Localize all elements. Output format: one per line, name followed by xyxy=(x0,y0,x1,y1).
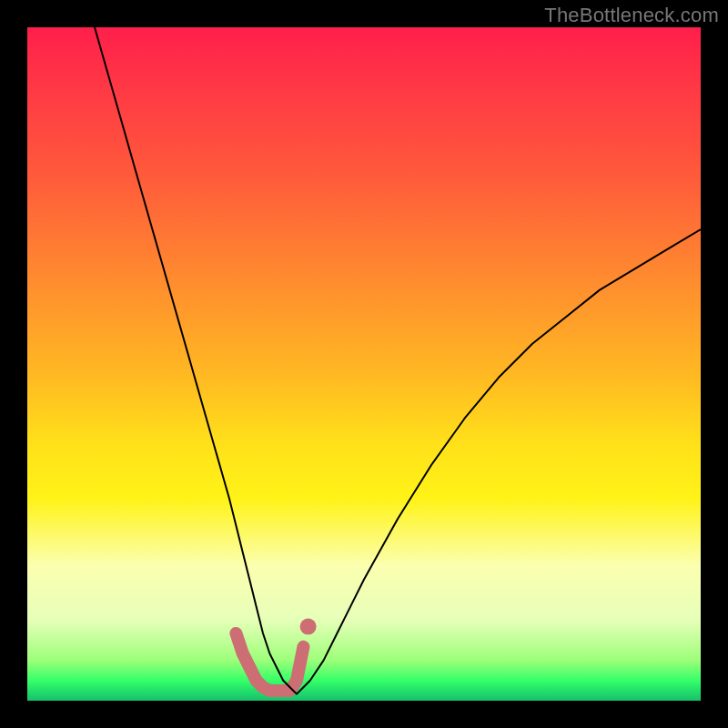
chart-svg xyxy=(27,27,701,701)
pink-valley-series xyxy=(236,619,316,691)
plot-area xyxy=(27,27,701,701)
black-curve-series xyxy=(95,27,701,694)
svg-point-0 xyxy=(300,619,317,635)
watermark-text: TheBottleneck.com xyxy=(544,4,719,27)
outer-frame: TheBottleneck.com xyxy=(0,0,728,728)
